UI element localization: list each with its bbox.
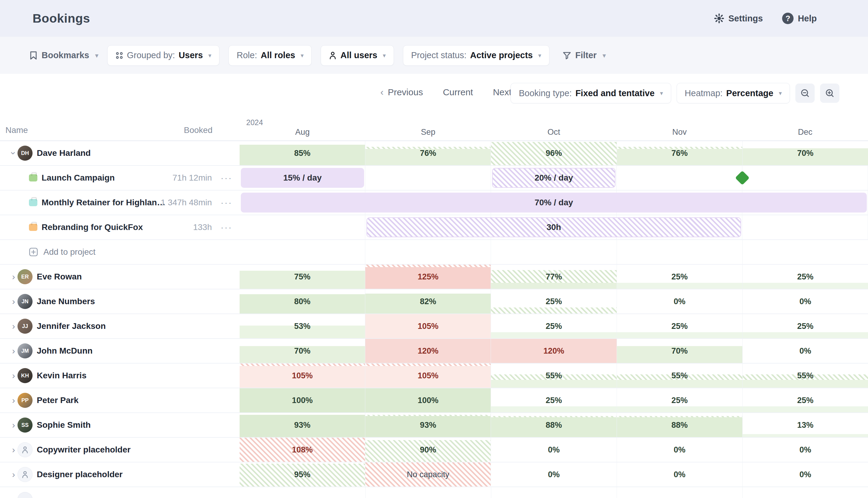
heatmap-cell-sep[interactable]: 120% bbox=[365, 339, 491, 363]
bookmarks-dropdown[interactable]: Bookmarks ▾ bbox=[29, 50, 98, 60]
timeline-cell[interactable] bbox=[617, 166, 742, 190]
timeline-cell[interactable] bbox=[240, 215, 365, 239]
plus-square-icon bbox=[29, 248, 38, 257]
heatmap-cell-oct[interactable]: 25% bbox=[491, 388, 617, 412]
heatmap-cell-oct[interactable]: 25% bbox=[491, 314, 617, 338]
heatmap-cell-nov[interactable]: 76% bbox=[617, 141, 743, 165]
users-dropdown[interactable]: All users ▾ bbox=[321, 45, 394, 66]
heatmap-cell-dec[interactable]: 0% bbox=[743, 462, 868, 487]
heatmap-cell-nov[interactable]: 25% bbox=[617, 314, 743, 338]
expand-chevron-icon[interactable]: › bbox=[9, 346, 19, 356]
heatmap-cell-sep[interactable]: 105% bbox=[365, 364, 491, 388]
heatmap-cell-dec[interactable]: 25% bbox=[743, 265, 868, 289]
heatmap-cell-aug[interactable]: 75% bbox=[240, 265, 365, 289]
heatmap-cell-dec[interactable]: 13% bbox=[743, 413, 868, 437]
settings-button[interactable]: Settings bbox=[714, 13, 763, 24]
heatmap-value: 70% bbox=[743, 141, 868, 165]
heatmap-cell-oct[interactable]: 88% bbox=[491, 413, 617, 437]
zoom-out-button[interactable] bbox=[796, 83, 815, 103]
timeline-cell[interactable] bbox=[617, 240, 743, 264]
chevron-down-icon: ▾ bbox=[603, 52, 606, 59]
timeline-cell[interactable] bbox=[240, 240, 365, 264]
more-options-button[interactable]: ··· bbox=[221, 197, 232, 208]
heatmap-cell-aug[interactable]: 95% bbox=[240, 462, 365, 487]
heatmap-cell-sep[interactable]: 90% bbox=[365, 438, 491, 462]
collapse-chevron-icon[interactable]: › bbox=[9, 148, 19, 158]
project-status-dropdown[interactable]: Project status: Active projects ▾ bbox=[403, 45, 549, 66]
more-options-button[interactable]: ··· bbox=[221, 173, 232, 183]
heatmap-cell-dec[interactable]: 0% bbox=[743, 438, 868, 462]
heatmap-cell-nov[interactable]: 88% bbox=[617, 413, 743, 437]
project-row: Monthly Retainer for Highlan…1 347h 48mi… bbox=[0, 191, 868, 215]
expand-chevron-icon[interactable]: › bbox=[9, 469, 19, 480]
tentative-booking-bar[interactable]: 20% / day bbox=[492, 168, 615, 188]
heatmap-cell-dec[interactable]: 70% bbox=[743, 141, 868, 165]
heatmap-cell-nov[interactable]: 25% bbox=[617, 388, 743, 412]
heatmap-cell-dec[interactable]: 25% bbox=[743, 314, 868, 338]
role-dropdown[interactable]: Role: All roles ▾ bbox=[228, 45, 312, 66]
heatmap-cell-aug[interactable]: 53% bbox=[240, 314, 365, 338]
heatmap-cell-sep[interactable]: No capacity bbox=[365, 462, 491, 487]
heatmap-dropdown[interactable]: Heatmap: Percentage ▾ bbox=[677, 83, 790, 103]
heatmap-cell-aug[interactable]: 105% bbox=[240, 364, 365, 388]
heatmap-cell-sep[interactable]: 76% bbox=[365, 141, 491, 165]
heatmap-cell-aug[interactable]: 93% bbox=[240, 413, 365, 437]
grid-icon bbox=[116, 52, 123, 60]
expand-chevron-icon[interactable]: › bbox=[9, 296, 19, 306]
heatmap-cell-dec[interactable]: 0% bbox=[743, 289, 868, 314]
heatmap-cell-oct[interactable]: 96% bbox=[491, 141, 617, 165]
previous-button[interactable]: ‹ Previous bbox=[380, 87, 423, 98]
heatmap-cell-oct[interactable]: 25% bbox=[491, 289, 617, 314]
timeline-cell[interactable] bbox=[491, 240, 617, 264]
timeline-cell[interactable] bbox=[743, 240, 868, 264]
expand-chevron-icon[interactable]: › bbox=[9, 395, 19, 405]
heatmap-cell-sep[interactable]: 105% bbox=[365, 314, 491, 338]
avatar: ER bbox=[17, 269, 32, 284]
heatmap-cell-sep[interactable]: 93% bbox=[365, 413, 491, 437]
heatmap-cell-aug[interactable]: 70% bbox=[240, 339, 365, 363]
grouped-by-dropdown[interactable]: Grouped by: Users ▾ bbox=[107, 45, 219, 66]
more-options-button[interactable]: ··· bbox=[221, 222, 232, 233]
filter-dropdown[interactable]: Filter ▾ bbox=[563, 50, 606, 60]
heatmap-cell-dec[interactable]: 55% bbox=[743, 364, 868, 388]
timeline-cell[interactable] bbox=[365, 166, 491, 190]
expand-chevron-icon[interactable]: › bbox=[9, 370, 19, 381]
heatmap-cell-aug[interactable]: 80% bbox=[240, 289, 365, 314]
expand-chevron-icon[interactable]: › bbox=[9, 321, 19, 331]
zoom-in-button[interactable] bbox=[820, 83, 839, 103]
heatmap-cell-oct[interactable]: 0% bbox=[491, 438, 617, 462]
booking-bar[interactable]: 15% / day bbox=[241, 168, 364, 188]
heatmap-cell-oct[interactable]: 77% bbox=[491, 265, 617, 289]
heatmap-cell-sep[interactable]: 125% bbox=[365, 265, 491, 289]
heatmap-cell-aug[interactable]: 108% bbox=[240, 438, 365, 462]
heatmap-cell-dec[interactable]: 0% bbox=[743, 339, 868, 363]
heatmap-cell-aug[interactable]: 85% bbox=[240, 141, 365, 165]
tentative-booking-bar[interactable]: 30h bbox=[366, 217, 741, 237]
expand-chevron-icon[interactable]: › bbox=[9, 420, 19, 430]
heatmap-cell-nov[interactable]: 0% bbox=[617, 438, 743, 462]
heatmap-cell-nov[interactable]: 0% bbox=[617, 289, 743, 314]
heatmap-cell-oct[interactable]: 0% bbox=[491, 462, 617, 487]
booking-bar[interactable]: 70% / day bbox=[241, 193, 867, 212]
heatmap-value: 25% bbox=[617, 388, 742, 412]
heatmap-cell-oct[interactable]: 120% bbox=[491, 339, 617, 363]
timeline-cell[interactable] bbox=[742, 166, 868, 190]
timeline-cell[interactable] bbox=[742, 215, 868, 239]
current-button[interactable]: Current bbox=[443, 87, 473, 97]
booking-type-dropdown[interactable]: Booking type: Fixed and tentative ▾ bbox=[510, 83, 671, 103]
heatmap-cell-aug[interactable]: 100% bbox=[240, 388, 365, 412]
help-button[interactable]: ? Help bbox=[782, 13, 817, 24]
expand-chevron-icon[interactable]: › bbox=[9, 272, 19, 282]
heatmap-cell-sep[interactable]: 82% bbox=[365, 289, 491, 314]
heatmap-cell-sep[interactable]: 100% bbox=[365, 388, 491, 412]
expand-chevron-icon[interactable]: › bbox=[9, 445, 19, 455]
heatmap-cell-dec[interactable]: 25% bbox=[743, 388, 868, 412]
heatmap-cell-oct[interactable]: 55% bbox=[491, 364, 617, 388]
heatmap-cell-nov[interactable]: 70% bbox=[617, 339, 743, 363]
timeline-cell[interactable] bbox=[365, 240, 491, 264]
user-row: ›EREve Rowan75%125%77%25%25% bbox=[0, 265, 868, 289]
heatmap-cell-nov[interactable]: 55% bbox=[617, 364, 743, 388]
heatmap-cell-nov[interactable]: 25% bbox=[617, 265, 743, 289]
add-to-project-button[interactable]: Add to project bbox=[29, 247, 95, 257]
heatmap-cell-nov[interactable]: 0% bbox=[617, 462, 743, 487]
